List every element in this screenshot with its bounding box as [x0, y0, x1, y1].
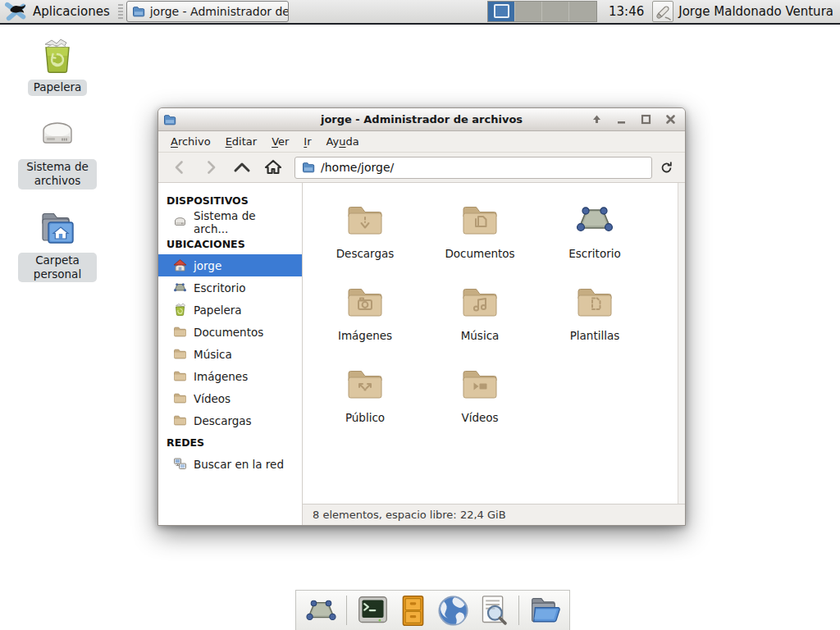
window-titlebar[interactable]: jorge - Administrador de archivos — [158, 108, 685, 131]
session-icon — [655, 3, 672, 21]
file-item-label: Música — [461, 329, 500, 342]
file-view[interactable]: Descargas Documentos Escritorio Imágenes… — [303, 183, 685, 504]
folder-mini-icon — [173, 325, 187, 339]
workspace-1[interactable] — [488, 2, 515, 21]
file-item-label: Imágenes — [338, 329, 392, 342]
desktop-icon-carpeta-personal[interactable]: Carpeta personal — [18, 208, 97, 283]
maximize-button[interactable] — [639, 113, 652, 126]
sidebar-item-música[interactable]: Música — [158, 343, 302, 365]
menu-ir[interactable]: Ir — [298, 133, 317, 150]
drive-mini-icon — [173, 215, 187, 229]
location-folder-icon — [302, 161, 315, 174]
sidebar-item-vídeos[interactable]: Vídeos — [158, 387, 302, 409]
folder-mini-icon — [173, 391, 187, 405]
desktop-icon-label: Papelera — [28, 80, 88, 96]
panel-grip — [118, 4, 123, 19]
sidebar-item-label: Vídeos — [194, 392, 231, 405]
workspace-2[interactable] — [515, 2, 542, 21]
folder-downloads-icon — [345, 199, 386, 240]
folder-mini-icon — [173, 369, 187, 383]
sidebar-header-redes: REDES — [158, 431, 302, 453]
desktop-icon-list: Papelera Sistema de archivos Carpeta per… — [18, 34, 97, 282]
location-path: /home/jorge/ — [321, 161, 394, 174]
xfce-logo-icon — [5, 0, 28, 23]
workspace-4[interactable] — [569, 2, 596, 21]
sidebar-item-papelera[interactable]: Papelera — [158, 299, 302, 321]
sidebar-item-label: Documentos — [194, 326, 263, 339]
minimize-button[interactable] — [614, 113, 628, 126]
toolbar: /home/jorge/ — [158, 153, 685, 183]
taskbar-window-button[interactable]: jorge - Administrador de... — [126, 1, 289, 22]
location-bar[interactable]: /home/jorge/ — [294, 157, 652, 179]
dock-app-finder-launcher[interactable] — [477, 594, 509, 627]
file-item-público[interactable]: Público — [308, 357, 422, 439]
sidebar-item-descargas[interactable]: Descargas — [158, 409, 302, 431]
dock-web-browser-launcher[interactable] — [436, 594, 469, 627]
top-panel: Aplicaciones jorge - Administrador de...… — [0, 0, 840, 25]
sidebar-item-imágenes[interactable]: Imágenes — [158, 365, 302, 387]
file-item-descargas[interactable]: Descargas — [308, 193, 422, 275]
menu-archivo[interactable]: Archivo — [165, 133, 217, 150]
sidebar-item-label: Buscar en la red — [194, 458, 284, 471]
network-mini-icon — [173, 457, 187, 471]
folder-mini-icon — [173, 347, 187, 361]
dock-file-manager-launcher[interactable] — [528, 594, 561, 627]
window-folder-icon — [132, 5, 145, 18]
file-item-música[interactable]: Música — [422, 275, 537, 357]
dock-show-desktop-launcher[interactable] — [304, 594, 337, 627]
sidebar-item-label: Descargas — [194, 414, 252, 427]
workspace-window-thumb — [494, 4, 509, 18]
sidebar-item-documentos[interactable]: Documentos — [158, 321, 302, 343]
shade-button[interactable] — [590, 113, 603, 126]
sidebar-item-label: Papelera — [194, 304, 242, 317]
panel-user-name: Jorge Maldonado Ventura — [678, 4, 833, 19]
status-text: 8 elementos, espacio libre: 22,4 GiB — [313, 509, 506, 521]
folder-videos-icon — [459, 363, 500, 404]
applications-label: Aplicaciones — [33, 4, 110, 19]
home-mini-icon — [173, 258, 187, 272]
session-menu-button[interactable] — [652, 1, 673, 22]
menu-editar[interactable]: Editar — [220, 133, 263, 150]
up-button[interactable] — [227, 156, 257, 179]
folder-public-icon — [345, 363, 386, 404]
menu-bar: ArchivoEditarVerIrAyuda — [158, 131, 685, 153]
folder-images-icon — [345, 281, 386, 322]
desktop-icon-papelera[interactable]: Papelera — [18, 34, 97, 96]
sidebar-item-escritorio[interactable]: Escritorio — [158, 276, 302, 299]
sidebar-item-sistema-de-arch-[interactable]: Sistema de arch... — [158, 211, 302, 233]
panel-clock: 13:46 — [609, 4, 644, 19]
sidebar-item-label: jorge — [194, 259, 221, 272]
status-bar: 8 elementos, espacio libre: 22,4 GiB — [303, 504, 685, 525]
file-item-label: Descargas — [336, 247, 395, 260]
sidebar: DISPOSITIVOS Sistema de arch...UBICACION… — [158, 183, 303, 525]
reload-button[interactable] — [654, 156, 678, 179]
forward-button[interactable] — [196, 156, 226, 179]
file-item-label: Vídeos — [461, 411, 498, 424]
sidebar-item-buscar-en-la-red[interactable]: Buscar en la red — [158, 453, 302, 475]
workspace-3[interactable] — [542, 2, 569, 21]
back-button[interactable] — [165, 156, 194, 179]
home-button[interactable] — [258, 156, 288, 179]
menu-ver[interactable]: Ver — [266, 133, 294, 150]
close-button[interactable] — [664, 113, 677, 126]
dock-file-cabinet-launcher[interactable] — [396, 594, 429, 627]
file-item-escritorio[interactable]: Escritorio — [537, 193, 652, 275]
sidebar-item-label: Imágenes — [194, 370, 248, 383]
file-item-documentos[interactable]: Documentos — [422, 193, 537, 275]
dock-panel — [295, 590, 570, 630]
vertical-scrollbar[interactable] — [678, 183, 685, 504]
sidebar-item-jorge[interactable]: jorge — [158, 254, 302, 276]
files-grid: Descargas Documentos Escritorio Imágenes… — [308, 193, 685, 439]
sidebar-item-label: Sistema de arch... — [194, 209, 294, 235]
workspace-switcher[interactable] — [487, 1, 597, 22]
file-item-plantillas[interactable]: Plantillas — [537, 275, 652, 357]
file-item-label: Escritorio — [568, 247, 620, 260]
applications-menu[interactable]: Aplicaciones — [0, 0, 116, 23]
dock-terminal-launcher[interactable] — [356, 594, 389, 627]
desktop-icon-sistema-de-archivos[interactable]: Sistema de archivos — [18, 114, 97, 189]
file-item-vídeos[interactable]: Vídeos — [422, 357, 537, 439]
app-finder-icon — [477, 594, 510, 628]
menu-ayuda[interactable]: Ayuda — [321, 133, 365, 150]
file-item-imágenes[interactable]: Imágenes — [308, 275, 422, 357]
sidebar-item-label: Escritorio — [194, 281, 245, 294]
